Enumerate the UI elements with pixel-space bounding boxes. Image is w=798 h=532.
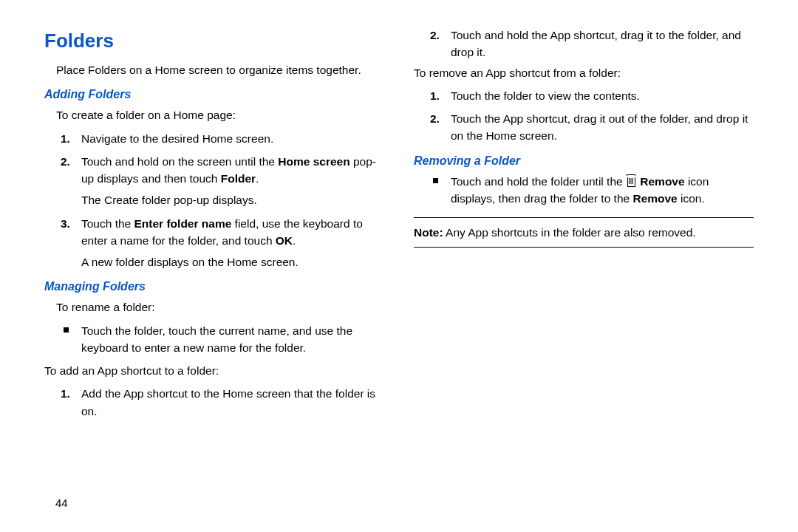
adding-step-3: Touch the Enter folder name field, use t…: [81, 215, 384, 271]
heading-managing-folders: Managing Folders: [44, 278, 384, 296]
adding-step-1: Navigate to the desired Home screen.: [81, 130, 384, 147]
add-step-2: Touch and hold the App shortcut, drag it…: [451, 27, 754, 61]
page-number: 44: [55, 497, 68, 509]
adding-step-2: Touch and hold on the screen until the H…: [81, 153, 384, 209]
intro-text: Place Folders on a Home screen to organi…: [44, 61, 384, 78]
rename-list: Touch the folder, touch the current name…: [44, 322, 384, 357]
removing-item: Touch and hold the folder until the Remo…: [451, 173, 754, 208]
remove-shortcut-lead: To remove an App shortcut from a folder:: [414, 64, 754, 81]
heading-folders: Folders: [44, 27, 384, 55]
adding-step-2-sub: The Create folder pop-up displays.: [81, 191, 384, 208]
rename-lead: To rename a folder:: [44, 299, 384, 316]
trash-icon: [627, 177, 635, 187]
remove-step-1: Touch the folder to view the contents.: [451, 87, 754, 104]
add-shortcut-lead: To add an App shortcut to a folder:: [44, 362, 384, 379]
remove-step-2: Touch the App shortcut, drag it out of t…: [451, 110, 754, 145]
adding-steps: Navigate to the desired Home screen. Tou…: [44, 130, 384, 271]
note-text: Any App shortcuts in the folder are also…: [443, 226, 696, 239]
heading-removing-folder: Removing a Folder: [414, 152, 754, 170]
heading-adding-folders: Adding Folders: [44, 86, 384, 103]
adding-lead: To create a folder on a Home page:: [44, 106, 384, 123]
removing-list: Touch and hold the folder until the Remo…: [414, 173, 754, 208]
note-box: Note: Any App shortcuts in the folder ar…: [414, 217, 754, 248]
add-step-1: Add the App shortcut to the Home screen …: [81, 385, 384, 420]
adding-step-3-sub: A new folder displays on the Home screen…: [81, 253, 384, 270]
rename-item: Touch the folder, touch the current name…: [81, 322, 384, 357]
remove-shortcut-steps: Touch the folder to view the contents. T…: [414, 87, 754, 145]
note-label: Note:: [414, 226, 443, 239]
